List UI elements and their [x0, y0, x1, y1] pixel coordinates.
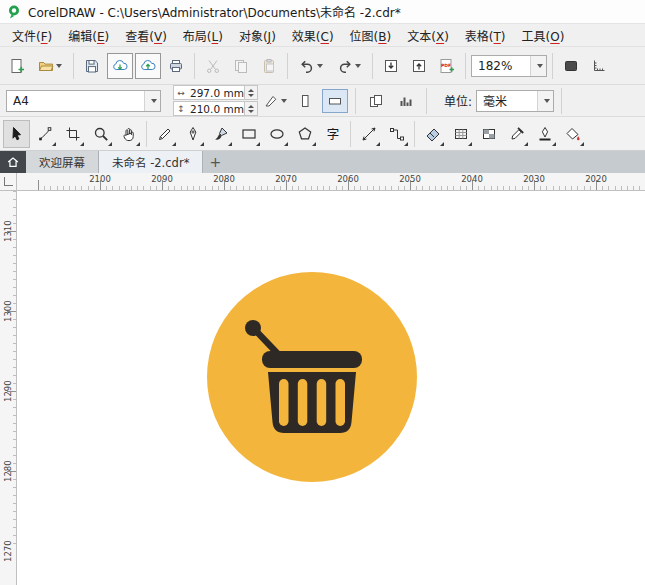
chevron-down-icon[interactable]	[530, 56, 546, 76]
home-icon	[6, 155, 20, 169]
fill-tool[interactable]	[559, 120, 586, 148]
flyout-corner-icon[interactable]	[136, 142, 140, 146]
transparency-tool[interactable]	[475, 120, 502, 148]
vertical-ruler[interactable]: 13101300129012801270	[0, 191, 17, 585]
menu-item-c[interactable]: 效果(C)	[284, 24, 342, 47]
page-size-select[interactable]: A4	[6, 90, 161, 112]
show-rulers-button[interactable]	[586, 53, 612, 79]
page-height-value[interactable]: 210.0 mm	[188, 103, 244, 115]
save-to-cloud-button[interactable]	[135, 53, 161, 79]
zoom-tool[interactable]	[87, 120, 114, 148]
zoom-level-combo[interactable]: 182%	[471, 55, 547, 77]
document-tab-1[interactable]: 未命名 -2.cdr*	[99, 151, 203, 173]
outline-pen-tool[interactable]	[531, 120, 558, 148]
landscape-button[interactable]	[322, 89, 348, 113]
apply-to-all-pages-button[interactable]	[363, 89, 389, 113]
chevron-down-icon[interactable]	[355, 64, 361, 68]
new-document-button[interactable]	[4, 53, 30, 79]
rectangle-icon	[241, 126, 257, 142]
import-button[interactable]	[378, 53, 404, 79]
freehand-tool[interactable]	[151, 120, 178, 148]
flyout-corner-icon[interactable]	[80, 142, 84, 146]
text-tool[interactable]: 字	[319, 120, 346, 148]
pen-tool[interactable]	[179, 120, 206, 148]
chevron-down-icon[interactable]	[144, 91, 160, 111]
polygon-tool[interactable]	[291, 120, 318, 148]
menu-item-l[interactable]: 布局(L)	[175, 24, 231, 47]
shape-icon	[37, 126, 53, 142]
open-from-cloud-button[interactable]	[107, 53, 133, 79]
basket-logo-graphic[interactable]	[207, 272, 417, 482]
export-button[interactable]	[406, 53, 432, 79]
chevron-down-icon[interactable]	[537, 91, 553, 111]
portrait-page-icon	[297, 93, 313, 109]
ruler-label: 2060	[337, 174, 359, 184]
main-area: 13101300129012801270	[0, 191, 645, 585]
horizontal-ruler[interactable]: 210020902080207020602050204020302020	[17, 173, 645, 191]
menu-item-v[interactable]: 查看(V)	[117, 24, 175, 47]
chevron-down-icon[interactable]	[56, 64, 62, 68]
menu-item-b[interactable]: 位图(B)	[342, 24, 400, 47]
undo-button[interactable]	[293, 53, 329, 79]
page-options-button[interactable]	[262, 89, 288, 113]
flyout-corner-icon[interactable]	[376, 142, 380, 146]
page-height-field[interactable]: ↕ 210.0 mm	[173, 101, 258, 116]
flyout-corner-icon[interactable]	[524, 142, 528, 146]
page-width-value[interactable]: 297.0 mm	[188, 87, 244, 99]
drawing-scale-button[interactable]	[393, 89, 419, 113]
dimension-tool[interactable]	[355, 120, 382, 148]
pan-tool[interactable]	[115, 120, 142, 148]
flyout-corner-icon[interactable]	[256, 142, 260, 146]
save-button[interactable]	[79, 53, 105, 79]
flyout-corner-icon[interactable]	[200, 142, 204, 146]
shape-tool[interactable]	[31, 120, 58, 148]
menu-item-f[interactable]: 文件(F)	[4, 24, 60, 47]
print-button[interactable]	[163, 53, 189, 79]
menu-item-j[interactable]: 对象(J)	[231, 24, 284, 47]
home-button[interactable]	[0, 151, 26, 173]
toolbox-separator	[350, 121, 351, 147]
fullscreen-preview-button[interactable]	[558, 53, 584, 79]
interactive-fill-tool[interactable]	[419, 120, 446, 148]
ruler-origin-button[interactable]	[0, 173, 17, 191]
page-height-stepper[interactable]	[244, 102, 257, 115]
publish-pdf-button[interactable]: PDF	[434, 53, 460, 79]
open-button[interactable]	[32, 53, 68, 79]
flyout-corner-icon[interactable]	[172, 142, 176, 146]
pick-icon	[9, 126, 25, 142]
flyout-corner-icon[interactable]	[404, 142, 408, 146]
svg-text:PDF: PDF	[441, 62, 451, 67]
units-select[interactable]: 毫米	[476, 90, 554, 112]
flyout-corner-icon[interactable]	[108, 142, 112, 146]
crop-tool[interactable]	[59, 120, 86, 148]
chevron-down-icon[interactable]	[317, 64, 323, 68]
drawing-canvas[interactable]	[17, 191, 645, 585]
nib-icon	[263, 93, 279, 109]
flyout-corner-icon[interactable]	[580, 142, 584, 146]
page-width-field[interactable]: ↔ 297.0 mm	[173, 85, 258, 100]
rectangle-tool[interactable]	[235, 120, 262, 148]
connector-tool[interactable]	[383, 120, 410, 148]
flyout-corner-icon[interactable]	[284, 142, 288, 146]
artistic-media-tool[interactable]	[207, 120, 234, 148]
menu-item-o[interactable]: 工具(O)	[514, 24, 573, 47]
mesh-fill-tool[interactable]	[447, 120, 474, 148]
new-tab-button[interactable]: +	[203, 151, 227, 173]
eyedropper-tool[interactable]	[503, 120, 530, 148]
menu-item-e[interactable]: 编辑(E)	[60, 24, 117, 47]
flyout-corner-icon[interactable]	[228, 142, 232, 146]
toolbar-separator	[372, 53, 373, 79]
ellipse-tool[interactable]	[263, 120, 290, 148]
flyout-corner-icon[interactable]	[312, 142, 316, 146]
document-tab-0[interactable]: 欢迎屏幕	[26, 151, 99, 173]
flyout-corner-icon[interactable]	[52, 142, 56, 146]
pick-tool[interactable]	[3, 120, 30, 148]
flyout-corner-icon[interactable]	[440, 142, 444, 146]
menu-item-t[interactable]: 表格(T)	[457, 24, 514, 47]
flyout-corner-icon[interactable]	[468, 142, 472, 146]
menu-item-x[interactable]: 文本(X)	[399, 24, 457, 47]
redo-button[interactable]	[331, 53, 367, 79]
flyout-corner-icon[interactable]	[552, 142, 556, 146]
page-width-stepper[interactable]	[244, 86, 257, 99]
portrait-button[interactable]	[292, 89, 318, 113]
